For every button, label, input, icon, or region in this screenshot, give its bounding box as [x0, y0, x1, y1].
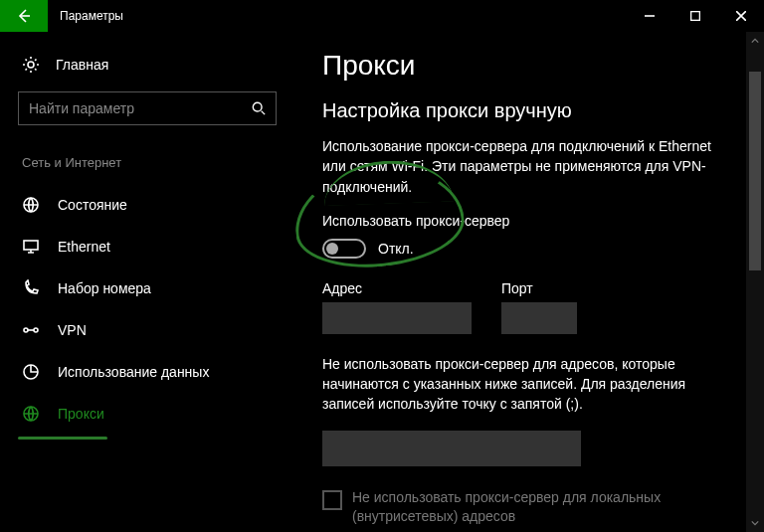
window-controls — [627, 0, 764, 32]
bypass-input[interactable] — [322, 431, 581, 466]
address-label: Адрес — [322, 280, 472, 296]
globe-icon — [22, 405, 40, 423]
scrollbar-thumb[interactable] — [749, 72, 761, 270]
search-input[interactable] — [19, 100, 242, 116]
svg-rect-0 — [691, 12, 700, 21]
home-label: Главная — [56, 57, 108, 73]
category-header: Сеть и Интернет — [18, 151, 294, 184]
sidebar-item-label: Набор номера — [58, 280, 151, 296]
scrollbar[interactable] — [746, 32, 764, 532]
maximize-button[interactable] — [672, 0, 718, 32]
page-title: Прокси — [322, 50, 732, 82]
sidebar-item-label: Использование данных — [58, 364, 209, 380]
search-field[interactable] — [18, 91, 277, 125]
app-title: Параметры — [48, 0, 627, 32]
svg-point-5 — [24, 328, 28, 332]
sidebar-item-datausage[interactable]: Использование данных — [18, 351, 294, 393]
use-proxy-toggle[interactable] — [322, 239, 366, 259]
sidebar-item-label: Ethernet — [58, 239, 110, 255]
home-nav[interactable]: Главная — [18, 32, 294, 91]
titlebar: Параметры — [0, 0, 764, 32]
sidebar-item-ethernet[interactable]: Ethernet — [18, 226, 294, 267]
svg-point-2 — [253, 102, 262, 111]
local-bypass-checkbox[interactable] — [322, 490, 342, 510]
vpn-icon — [22, 321, 40, 339]
sidebar-item-dialup[interactable]: Набор номера — [18, 267, 294, 309]
port-input[interactable] — [501, 302, 577, 334]
content-area: Прокси Настройка прокси вручную Использо… — [298, 32, 764, 532]
sidebar-item-label: VPN — [58, 322, 87, 338]
scroll-down-icon[interactable] — [746, 514, 764, 532]
data-usage-icon — [22, 363, 40, 381]
toggle-title: Использовать прокси-сервер — [322, 213, 732, 229]
scroll-up-icon[interactable] — [746, 32, 764, 50]
status-icon — [22, 196, 40, 214]
sidebar-item-label: Состояние — [58, 197, 127, 213]
address-input[interactable] — [322, 302, 472, 334]
sidebar-item-label: Прокси — [58, 406, 104, 422]
close-button[interactable] — [718, 0, 764, 32]
section-description: Использование прокси-сервера для подключ… — [322, 136, 730, 197]
sidebar-item-proxy[interactable]: Прокси — [18, 393, 294, 435]
search-icon — [242, 101, 276, 115]
port-label: Порт — [501, 280, 577, 296]
toggle-state-label: Откл. — [378, 241, 414, 257]
minimize-button[interactable] — [627, 0, 672, 32]
bypass-description: Не использовать прокси-сервер для адресо… — [322, 354, 730, 415]
gear-icon — [22, 56, 40, 74]
phone-icon — [22, 279, 40, 297]
sidebar: Главная Сеть и Интернет Состояние Ethern… — [0, 32, 298, 532]
svg-rect-4 — [24, 241, 38, 250]
svg-point-1 — [28, 62, 34, 68]
back-button[interactable] — [0, 0, 48, 32]
section-title: Настройка прокси вручную — [322, 99, 732, 122]
local-bypass-label: Не использовать прокси-сервер для локаль… — [352, 488, 732, 527]
sidebar-item-status[interactable]: Состояние — [18, 184, 294, 226]
annotation-underline — [18, 437, 107, 440]
sidebar-item-vpn[interactable]: VPN — [18, 309, 294, 351]
ethernet-icon — [22, 238, 40, 256]
svg-point-6 — [34, 328, 38, 332]
